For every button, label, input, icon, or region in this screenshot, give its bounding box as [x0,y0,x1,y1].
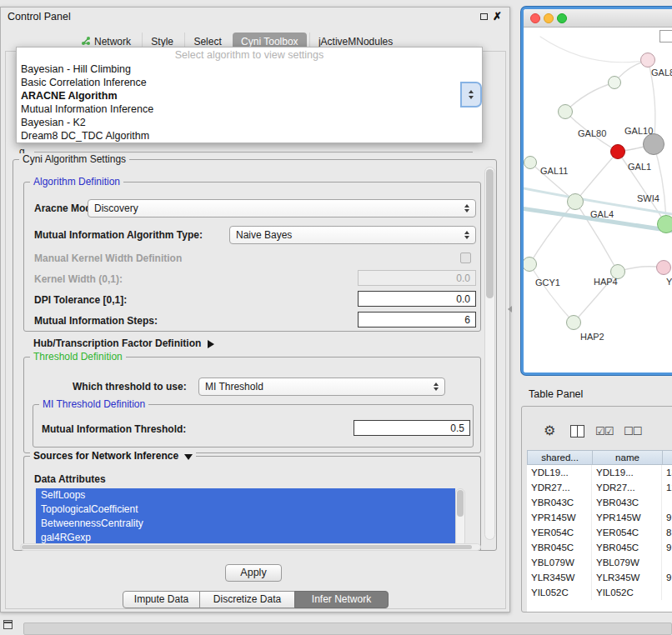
settings-scrollbar[interactable] [484,167,495,540]
manual-kernel-width-label: Manual Kernel Width Definition [34,252,182,264]
network-node[interactable] [643,133,664,155]
dropdown-item[interactable]: Mutual Information Inference [17,102,482,116]
dropdown-placeholder[interactable]: Select algorithm to view settings [17,48,482,62]
algorithm-dropdown-list: Bayesian - Hill ClimbingBasic Correlatio… [17,62,482,142]
column-header[interactable]: shared... [528,451,593,464]
hub-definition-label: Hub/Transcription Factor Definition [33,338,201,349]
network-node[interactable] [656,260,671,275]
table-cell: YBL079W [592,555,662,570]
table-row[interactable]: YBR045CYBR045C9. [527,540,672,555]
control-panel-window: Control Panel ✗ Network Style Select Cyn… [0,7,510,612]
dropdown-item[interactable]: ARACNE Algorithm [17,89,482,102]
settings-legend: Cyni Algorithm Settings [19,153,129,166]
network-node[interactable] [524,156,537,169]
bottom-tab-infer-network[interactable]: Infer Network [294,591,389,608]
columns-icon[interactable] [570,425,584,438]
restore-window-icon[interactable] [3,620,13,629]
birdseye-box[interactable] [659,30,672,42]
panel-splitter-icon[interactable] [508,306,512,312]
dropdown-item[interactable]: Bayesian - K2 [17,116,482,129]
table-cell: YER054C [527,525,592,540]
table-cell: YBR045C [592,540,662,555]
table-row[interactable]: YER054CYER054C8. [527,525,672,540]
network-node[interactable] [610,144,625,159]
table-row[interactable]: YDR27...YDR27...12 [527,480,672,495]
attribute-item[interactable]: SelfLoops [36,488,455,502]
data-attributes-label: Data Attributes [34,473,106,485]
algorithm-combo-fragment[interactable] [460,82,482,108]
float-window-icon[interactable] [480,13,488,20]
network-titlebar[interactable] [524,9,672,28]
network-edge[interactable] [565,82,614,112]
table-cell: YPR145W [527,510,592,525]
combo-value: MI Threshold [205,381,263,392]
deselect-all-icon[interactable]: ☐☐ [624,425,641,438]
network-node[interactable] [657,215,672,233]
table-row[interactable]: YBL079WYBL079W [527,555,672,570]
gear-icon[interactable]: ⚙ [544,424,555,438]
table-row[interactable]: YLR345WYLR345W9. [527,570,672,585]
network-canvas[interactable]: GAL8GAL80GAL10GAL11GAL1SWI4GAL4GCY1HAP4Y… [524,28,672,372]
settings-scrollbar-thumb[interactable] [486,169,494,298]
mi-threshold-field[interactable]: 0.5 [354,420,470,436]
algorithm-definition-group: Algorithm Definition Aracne Mode: Discov… [23,182,481,332]
select-all-icon[interactable]: ☑☑ [595,425,613,438]
network-node[interactable] [567,193,584,210]
tab-label: Network [94,36,131,48]
settings-hscrollbar[interactable] [20,543,481,551]
dropdown-item[interactable]: Basic Correlation Inference [17,76,482,89]
column-header[interactable]: name [593,451,663,464]
network-node[interactable] [558,104,573,119]
attribute-item[interactable]: TopologicalCoefficient [36,502,455,517]
kernel-width-field[interactable]: 0.0 [358,270,476,286]
settings-hscrollbar-thumb[interactable] [22,545,472,549]
network-node[interactable] [566,315,581,330]
table-row[interactable]: YIL052CYIL052C [527,585,672,600]
mi-algorithm-type-combo[interactable]: Naive Bayes [229,226,476,244]
sources-legend-label: Sources for Network Inference [33,450,178,462]
network-view-window: GAL8GAL80GAL10GAL11GAL1SWI4GAL4GCY1HAP4Y… [521,7,672,375]
mi-steps-field[interactable]: 6 [358,312,476,328]
table-cell: YDL19... [592,465,662,480]
bottom-tab-discretize-data[interactable]: Discretize Data [199,591,295,608]
network-edge[interactable] [575,152,618,202]
network-edge[interactable] [529,264,574,322]
apply-button[interactable]: Apply [225,564,282,582]
sources-legend[interactable]: Sources for Network Inference [30,450,196,462]
close-icon[interactable]: ✗ [493,10,502,22]
dropdown-item[interactable]: Bayesian - Hill Climbing [17,62,482,76]
manual-kernel-width-checkbox[interactable] [460,252,471,263]
hub-definition-toggle[interactable]: Hub/Transcription Factor Definition [33,338,214,349]
table-cell: 9. [662,570,672,585]
network-edge[interactable] [540,37,649,62]
network-node[interactable] [608,76,621,89]
which-threshold-combo[interactable]: MI Threshold [198,378,445,396]
column-header[interactable] [663,451,672,464]
network-icon [81,36,91,46]
close-light-icon[interactable] [530,13,540,23]
dropdown-item[interactable]: Dream8 DC_TDC Algorithm [17,129,482,142]
bottom-tab-impute-data[interactable]: Impute Data [123,591,200,608]
minimize-light-icon[interactable] [544,13,554,23]
table-row[interactable]: YBR043CYBR043C [527,495,672,510]
dpi-tolerance-field[interactable]: 0.0 [358,291,476,307]
table-cell: YBL079W [527,555,592,570]
node-label: GAL4 [590,209,614,219]
table-cell: YBR043C [592,495,662,510]
attribute-item[interactable]: BetweennessCentrality [36,517,455,531]
network-node[interactable] [640,52,655,68]
zoom-light-icon[interactable] [557,13,567,23]
aracne-mode-combo[interactable]: Discovery [88,199,476,218]
control-panel-titlebar[interactable]: Control Panel ✗ [1,8,509,26]
algorithm-dropdown-popup: Select algorithm to view settings Bayesi… [16,47,483,143]
attributes-scrollbar-thumb[interactable] [457,490,464,517]
attributes-scrollbar[interactable] [455,488,465,547]
mi-threshold-group: MI Threshold Definition Mutual Informati… [33,404,474,448]
table: shared...name YDL19...YDL19...13YDR27...… [527,450,672,612]
table-cell [662,585,672,600]
table-cell: 9. [662,540,672,555]
node-label: GAL80 [578,128,606,138]
tab-label: Style [151,36,173,48]
table-row[interactable]: YPR145WYPR145W9. [527,510,672,525]
table-row[interactable]: YDL19...YDL19...13 [527,465,672,480]
